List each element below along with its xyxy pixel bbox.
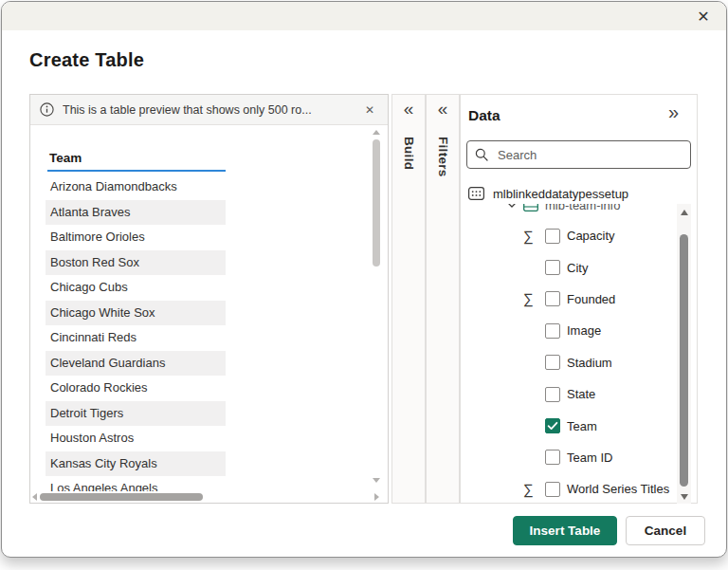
table-row: Kansas City Royals — [46, 451, 226, 477]
search-input[interactable] — [496, 147, 682, 163]
banner-text: This is a table preview that shows only … — [63, 103, 353, 117]
table-row: Cincinnati Reds — [46, 325, 226, 351]
field-list-rows: ∑ Capacity City ∑ Founded Ima — [461, 220, 697, 504]
info-icon — [40, 102, 54, 117]
scroll-down-icon[interactable] — [373, 478, 380, 483]
scroll-down-icon[interactable] — [681, 494, 688, 500]
row-text: Houston Astros — [50, 431, 134, 445]
cancel-button[interactable]: Cancel — [626, 516, 705, 545]
field-scroll-thumb[interactable] — [680, 234, 688, 487]
scroll-right-icon[interactable] — [374, 493, 379, 501]
table-row: Los Angeles Angels — [46, 476, 226, 491]
build-panel-collapsed[interactable]: « Build — [391, 94, 426, 504]
field-checkbox[interactable] — [545, 355, 560, 370]
table-row: Atlanta Braves — [46, 200, 226, 226]
chevron-double-left-icon[interactable]: « — [438, 100, 448, 119]
field-checkbox[interactable] — [545, 482, 560, 497]
field-checkbox[interactable] — [545, 387, 560, 402]
data-panel-title: Data — [468, 107, 500, 124]
search-box[interactable] — [466, 140, 691, 169]
field-list: mlb-team-info ∑ Capacity City ∑ Founded — [461, 204, 697, 504]
field-row[interactable]: Image — [461, 315, 697, 346]
field-row[interactable]: City — [461, 251, 697, 283]
row-text: Boston Red Sox — [50, 255, 139, 269]
field-row[interactable]: Stadium — [461, 347, 697, 378]
field-checkbox[interactable] — [545, 450, 560, 465]
field-label: City — [567, 261, 588, 275]
row-text: Colorado Rockies — [50, 380, 148, 395]
field-row[interactable]: Team ID — [461, 442, 697, 473]
field-label: Capacity — [567, 229, 615, 243]
scroll-left-icon[interactable] — [32, 493, 37, 501]
field-label: State — [567, 387, 595, 401]
row-text: Baltimore Orioles — [50, 230, 145, 244]
field-row[interactable]: ∑ World Series Titles — [461, 473, 697, 504]
page-title: Create Table — [29, 49, 144, 71]
field-row[interactable]: ∑ Founded — [461, 284, 697, 315]
field-checkbox[interactable] — [545, 260, 560, 275]
row-text: Kansas City Royals — [50, 456, 157, 470]
table-icon — [523, 204, 538, 211]
banner-close-icon[interactable]: ✕ — [361, 101, 378, 119]
field-row[interactable]: Team — [461, 410, 697, 441]
row-text: Cincinnati Reds — [50, 330, 136, 344]
row-text: Detroit Tigers — [50, 406, 123, 420]
row-text: Los Angeles Angels — [50, 481, 157, 491]
field-list-scrollbar[interactable] — [677, 204, 691, 504]
filters-panel-collapsed[interactable]: « Filters — [426, 94, 460, 504]
table-row: Baltimore Orioles — [46, 225, 226, 250]
field-label: Founded — [567, 292, 615, 306]
column-header-team: Team — [49, 151, 82, 165]
workbook-tree-item[interactable]: mlblinkeddatatypessetup — [468, 182, 628, 205]
field-checkbox[interactable] — [545, 323, 560, 339]
table-row: Detroit Tigers — [46, 401, 226, 427]
create-table-dialog: ✕ Create Table This is a table preview t… — [1, 1, 727, 558]
sigma-icon: ∑ — [523, 482, 545, 497]
search-icon — [475, 148, 488, 161]
row-text: Arizona Diamondbacks — [50, 179, 177, 193]
field-checkbox[interactable] — [545, 291, 560, 306]
preview-vertical-scrollbar[interactable] — [371, 126, 382, 485]
table-preview-panel: This is a table preview that shows only … — [29, 94, 389, 504]
insert-table-button[interactable]: Insert Table — [513, 516, 617, 545]
row-text: Cleveland Guardians — [50, 356, 165, 370]
filters-panel-label: Filters — [436, 137, 450, 177]
sigma-icon: ∑ — [523, 291, 545, 306]
vertical-scroll-thumb[interactable] — [373, 139, 380, 267]
scroll-up-icon[interactable] — [373, 130, 380, 135]
data-types-grid-icon — [468, 187, 484, 200]
table-label: mlb-team-info — [545, 204, 620, 212]
preview-rows: Arizona DiamondbacksAtlanta BravesBaltim… — [46, 175, 226, 491]
field-label: Team — [567, 419, 597, 433]
table-row: Boston Red Sox — [46, 250, 226, 276]
data-panel: Data » — [460, 94, 698, 504]
field-label: Image — [567, 323, 601, 338]
table-row: Chicago White Sox — [46, 301, 226, 326]
chevron-double-left-icon[interactable]: « — [404, 100, 414, 119]
dialog-titlebar: ✕ — [2, 2, 726, 30]
column-header-underline — [47, 170, 226, 172]
table-row: Cleveland Guardians — [46, 351, 226, 377]
close-icon[interactable]: ✕ — [690, 4, 717, 28]
table-row: Chicago Cubs — [46, 275, 226, 301]
table-row: Arizona Diamondbacks — [46, 175, 226, 200]
field-checkbox[interactable] — [545, 418, 560, 433]
field-checkbox[interactable] — [545, 229, 560, 244]
field-label: Team ID — [567, 450, 612, 465]
table-row: Houston Astros — [46, 426, 226, 451]
table-tree-item-clipped[interactable]: mlb-team-info — [461, 204, 697, 216]
field-label: Stadium — [567, 356, 612, 370]
scroll-up-icon[interactable] — [681, 210, 688, 215]
row-text: Chicago White Sox — [50, 305, 155, 320]
horizontal-scroll-thumb[interactable] — [40, 493, 203, 501]
preview-horizontal-scrollbar[interactable] — [32, 492, 379, 502]
workbook-label: mlblinkeddatatypessetup — [493, 187, 628, 201]
preview-info-banner: This is a table preview that shows only … — [30, 95, 388, 125]
row-text: Atlanta Braves — [50, 205, 131, 219]
chevron-double-right-icon[interactable]: » — [663, 101, 684, 124]
field-row[interactable]: ∑ Capacity — [461, 220, 697, 251]
field-row[interactable]: State — [461, 378, 697, 410]
row-text: Chicago Cubs — [50, 280, 128, 294]
chevron-down-icon — [507, 204, 517, 208]
table-row: Colorado Rockies — [46, 376, 226, 401]
